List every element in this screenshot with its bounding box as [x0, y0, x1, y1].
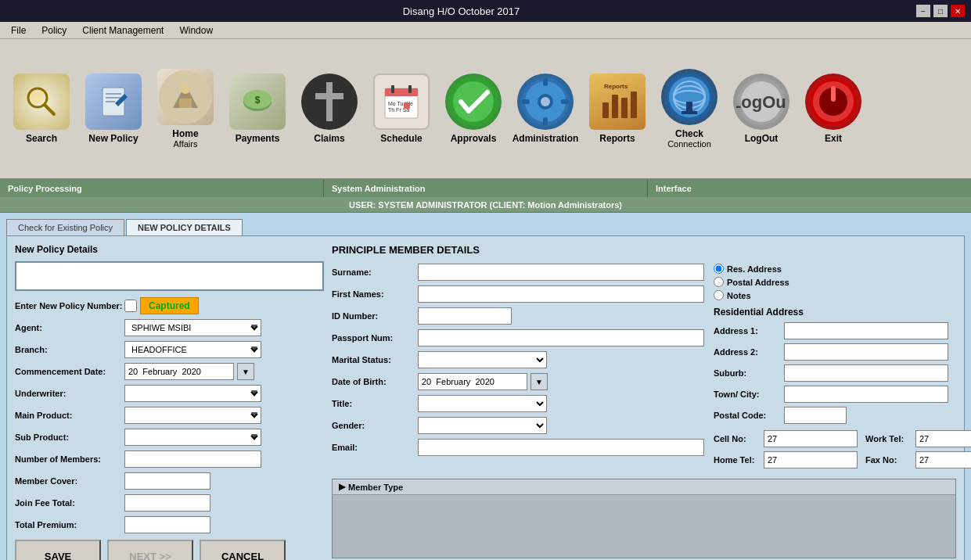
branch-select[interactable]: HEADOFFICE: [124, 341, 261, 358]
firstname-input[interactable]: [418, 285, 704, 303]
home-affairs-label2: Affairs: [174, 139, 198, 149]
dob-input[interactable]: [418, 373, 527, 390]
payments-button[interactable]: $ Payments: [222, 45, 293, 174]
sub-product-select[interactable]: [124, 429, 261, 446]
commencement-cal-button[interactable]: ▼: [237, 363, 254, 380]
tab-new-policy[interactable]: NEW POLICY DETAILS: [126, 219, 243, 235]
passport-input[interactable]: [418, 329, 704, 346]
captured-button[interactable]: Captured: [140, 297, 199, 314]
svg-rect-31: [561, 99, 569, 104]
system-admin-status: System Administration: [324, 180, 648, 197]
suburb-input[interactable]: [784, 364, 948, 382]
exit-button[interactable]: Exit: [798, 45, 869, 174]
work-tel-label: Work Tel:: [865, 434, 912, 443]
notes-radio[interactable]: Notes: [714, 290, 956, 300]
contact-section: Cell No: Home Tel: Work Tel:: [714, 430, 956, 472]
home-affairs-button[interactable]: Home Affairs: [150, 45, 221, 174]
minimize-button[interactable]: −: [916, 5, 930, 17]
member-cover-input[interactable]: [124, 472, 210, 490]
svg-rect-28: [543, 78, 548, 86]
member-cover-row: Member Cover:: [15, 472, 324, 490]
policy-number-input[interactable]: [16, 263, 322, 289]
schedule-icon: Mo Tu We Th Fr Sa: [373, 74, 430, 130]
principle-member-title: PRINCIPLE MEMBER DETAILS: [332, 244, 956, 256]
join-fee-input[interactable]: [124, 494, 210, 512]
commencement-date-input[interactable]: [124, 363, 234, 380]
claims-button[interactable]: Claims: [294, 45, 365, 174]
payments-label: Payments: [236, 133, 280, 144]
dob-cal-button[interactable]: ▼: [530, 373, 548, 390]
tab-check-existing[interactable]: Check for Existing Policy: [6, 219, 124, 235]
menu-window[interactable]: Window: [171, 23, 221, 38]
main-content: Check for Existing Policy NEW POLICY DET…: [0, 213, 971, 560]
approvals-label: Approvals: [451, 133, 497, 144]
agent-select[interactable]: SPHIWE MSIBI: [124, 319, 261, 336]
id-input[interactable]: [418, 307, 512, 325]
surname-row: Surname:: [332, 264, 704, 281]
address-area: Res. Address Postal Address Notes: [714, 264, 956, 472]
cell-row: Cell No:: [714, 430, 858, 447]
maximize-button[interactable]: □: [933, 5, 948, 17]
total-premium-row: Total Premium:: [15, 516, 324, 533]
check-connection-icon: [661, 69, 717, 125]
logout-button[interactable]: LogOut LogOut: [726, 45, 797, 174]
search-button[interactable]: Search: [6, 45, 77, 174]
window-controls: − □ ✕: [916, 5, 965, 17]
close-button[interactable]: ✕: [951, 5, 965, 17]
commencement-label: Commencement Date:: [15, 367, 124, 376]
suburb-label: Suburb:: [714, 368, 784, 378]
home-tel-input[interactable]: [764, 451, 858, 468]
passport-label: Passport Num:: [332, 333, 418, 343]
marital-select[interactable]: [418, 351, 547, 368]
main-product-select[interactable]: [124, 407, 261, 424]
title-select[interactable]: [418, 395, 547, 412]
reports-button[interactable]: Reports Reports: [582, 45, 653, 174]
logout-label: LogOut: [745, 133, 779, 144]
cell-label: Cell No:: [714, 434, 761, 443]
cell-input[interactable]: [764, 430, 858, 447]
total-premium-label: Total Premium:: [15, 520, 124, 529]
postal-code-input[interactable]: [784, 407, 847, 424]
menu-client-management[interactable]: Client Management: [74, 23, 171, 38]
menu-file[interactable]: File: [3, 23, 34, 38]
contact-right: Work Tel: Fax No:: [865, 430, 971, 472]
num-members-input[interactable]: [124, 451, 261, 468]
addr2-input[interactable]: [784, 343, 948, 361]
work-tel-input[interactable]: [915, 430, 971, 447]
fax-input[interactable]: [915, 451, 971, 468]
surname-input[interactable]: [418, 264, 704, 281]
schedule-button[interactable]: Mo Tu We Th Fr Sa Schedule: [366, 45, 437, 174]
email-row: Email:: [332, 439, 704, 456]
check-connection-button[interactable]: Check Connection: [654, 45, 725, 174]
gender-select[interactable]: [418, 417, 547, 434]
email-input[interactable]: [418, 439, 704, 456]
town-input[interactable]: [784, 386, 948, 403]
cancel-button[interactable]: CANCEL: [200, 540, 286, 560]
new-policy-checkbox[interactable]: [124, 300, 137, 312]
total-premium-input[interactable]: [124, 516, 210, 533]
address-section: Residential Address Address 1: Address 2…: [714, 307, 948, 424]
member-type-triangle: ▶: [339, 482, 345, 492]
svg-rect-42: [686, 102, 692, 113]
administration-label: Administration: [512, 133, 579, 144]
notes-radio-input[interactable]: [714, 290, 724, 300]
menu-policy[interactable]: Policy: [34, 23, 74, 38]
underwriter-select[interactable]: [124, 385, 261, 402]
postal-address-radio-input[interactable]: [714, 277, 724, 287]
tab-bar: Check for Existing Policy NEW POLICY DET…: [6, 219, 965, 235]
bottom-bar: SAVE NEXT >> CANCEL: [15, 540, 324, 560]
branch-row: Branch: HEADOFFICE: [15, 341, 324, 358]
addr1-input[interactable]: [784, 322, 948, 339]
approvals-button[interactable]: Approvals: [438, 45, 509, 174]
claims-icon: [301, 74, 358, 130]
administration-button[interactable]: Administration: [510, 45, 581, 174]
res-address-radio[interactable]: Res. Address: [714, 264, 956, 274]
join-fee-row: Join Fee Total:: [15, 494, 324, 512]
menu-bar: File Policy Client Management Window: [0, 22, 971, 39]
status-bar: Policy Processing System Administration …: [0, 180, 971, 197]
postal-address-radio[interactable]: Postal Address: [714, 277, 956, 287]
res-address-radio-input[interactable]: [714, 264, 724, 274]
save-button[interactable]: SAVE: [15, 540, 101, 560]
next-button[interactable]: NEXT >>: [107, 540, 193, 560]
new-policy-button[interactable]: New Policy: [78, 45, 149, 174]
